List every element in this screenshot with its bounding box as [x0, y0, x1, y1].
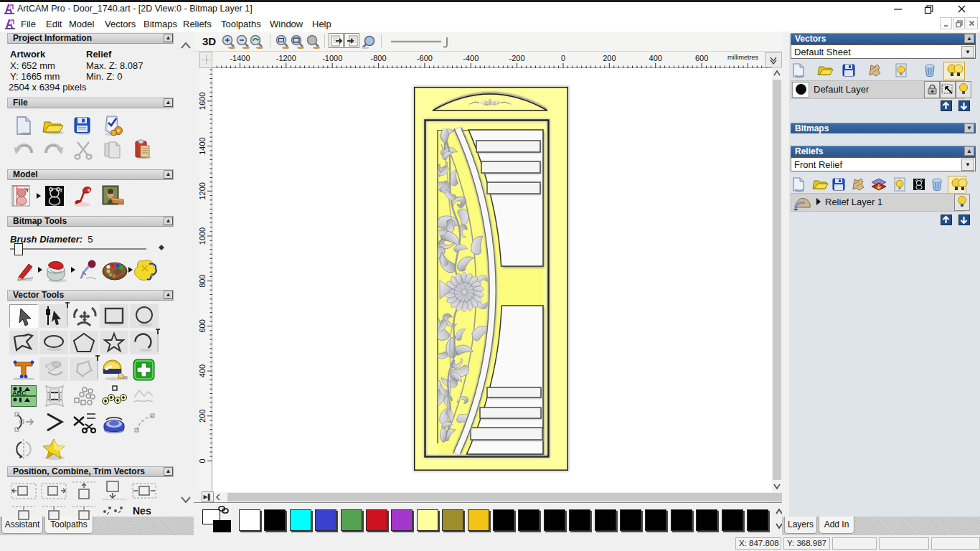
svg-text:Nes: Nes [133, 505, 151, 517]
svg-text:400: 400 [198, 364, 207, 377]
svg-text:200: 200 [603, 54, 616, 62]
svg-text:800: 800 [198, 275, 207, 288]
svg-text:-800: -800 [371, 54, 387, 62]
svg-text:600: 600 [198, 319, 207, 332]
svg-text:400: 400 [649, 54, 662, 62]
svg-text:1600: 1600 [198, 93, 207, 110]
svg-text:T: T [26, 188, 29, 193]
svg-text:-1400: -1400 [230, 54, 250, 62]
svg-text:ABC: ABC [12, 390, 27, 397]
svg-text:1000: 1000 [198, 227, 207, 245]
svg-text:200: 200 [198, 410, 207, 423]
svg-text:1400: 1400 [198, 137, 207, 154]
svg-text:0: 0 [198, 458, 207, 463]
svg-text:0: 0 [561, 54, 565, 62]
svg-text:+: + [793, 204, 798, 213]
svg-text:-600: -600 [417, 54, 433, 62]
svg-text:-200: -200 [509, 54, 525, 62]
svg-text:600: 600 [695, 54, 708, 62]
svg-text:-400: -400 [463, 54, 479, 62]
svg-text:T: T [60, 188, 63, 193]
svg-text:1200: 1200 [198, 182, 207, 199]
svg-text:-1000: -1000 [322, 54, 342, 62]
svg-text:-1200: -1200 [276, 54, 296, 62]
